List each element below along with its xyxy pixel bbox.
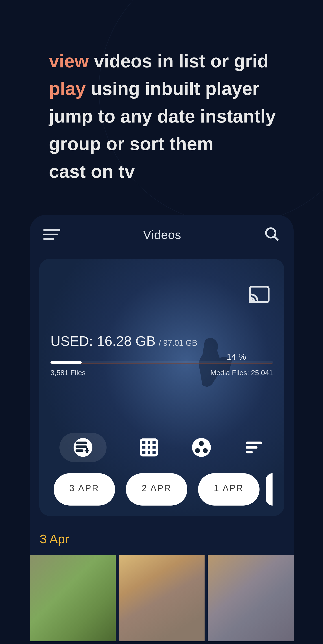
video-thumbnail[interactable] xyxy=(119,555,205,641)
date-chip[interactable]: 3 APR xyxy=(54,473,115,506)
marketing-headline: view videos in list or grid play using i… xyxy=(49,47,284,185)
svg-point-0 xyxy=(266,228,276,238)
svg-point-11 xyxy=(195,448,200,453)
storage-info: USED: 16.28 GB / 97.01 GB 14 % 3,581 Fil… xyxy=(50,333,273,377)
video-thumbnail[interactable] xyxy=(30,555,116,641)
svg-point-10 xyxy=(199,441,204,446)
storage-progress-fill xyxy=(50,361,82,364)
storage-total: / 97.01 GB xyxy=(159,338,198,348)
storage-used: USED: 16.28 GB xyxy=(50,333,156,349)
svg-line-1 xyxy=(274,236,278,240)
app-topbar: Videos xyxy=(30,215,294,259)
phone-screenshot: Videos USED: 16.28 GB / 97.01 GB 14 % 3,… xyxy=(30,215,294,641)
date-chip-peek[interactable] xyxy=(266,473,272,506)
date-section-header: 3 Apr xyxy=(40,532,294,546)
sort-button[interactable] xyxy=(244,437,264,458)
svg-point-3 xyxy=(250,300,252,302)
storage-card: USED: 16.28 GB / 97.01 GB 14 % 3,581 Fil… xyxy=(39,259,284,516)
video-grid xyxy=(30,555,294,641)
view-controls xyxy=(50,433,273,462)
date-chip[interactable]: 1 APR xyxy=(198,473,260,506)
group-button[interactable] xyxy=(191,437,212,458)
accent-word: play xyxy=(49,78,86,99)
cast-icon[interactable] xyxy=(249,286,270,304)
screen-title: Videos xyxy=(143,228,181,242)
date-chips: 3 APR 2 APR 1 APR xyxy=(54,473,272,506)
video-thumbnail[interactable] xyxy=(208,555,294,641)
storage-percent: 14 % xyxy=(226,352,246,362)
grid-view-button[interactable] xyxy=(139,437,159,458)
file-count: 3,581 Files xyxy=(50,369,86,377)
svg-rect-5 xyxy=(141,440,157,455)
date-chip[interactable]: 2 APR xyxy=(126,473,187,506)
media-file-count: Media Files: 25,041 xyxy=(210,369,273,377)
search-icon[interactable] xyxy=(264,226,280,243)
playlist-add-button[interactable] xyxy=(60,433,106,462)
accent-word: view xyxy=(49,51,89,71)
svg-point-12 xyxy=(203,448,208,453)
menu-icon[interactable] xyxy=(43,229,60,240)
